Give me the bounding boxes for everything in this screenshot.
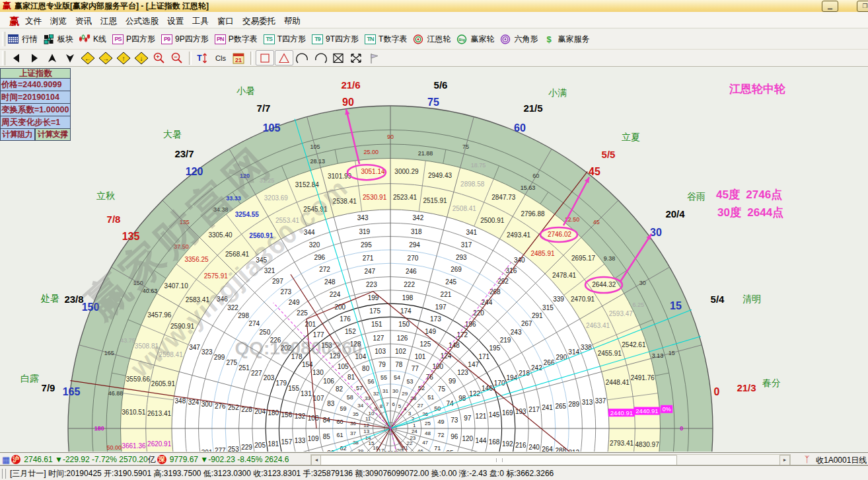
svg-text:203: 203 — [264, 374, 275, 381]
diamond-up-button[interactable]: ↑ — [115, 51, 132, 65]
toolbar-grip[interactable] — [2, 32, 5, 46]
toolbar-button-P四方形[interactable]: PSP四方形 — [112, 34, 155, 45]
toolbar-button-赢家轮[interactable]: Big赢家轮 — [456, 34, 494, 45]
svg-text:320: 320 — [309, 241, 320, 249]
svg-text:3.13: 3.13 — [652, 352, 664, 359]
ps-icon: PS — [112, 34, 124, 44]
menu-item-4[interactable]: 公式选股 — [126, 15, 159, 28]
svg-text:3407.10: 3407.10 — [164, 282, 189, 290]
svg-text:2530.91: 2530.91 — [363, 194, 387, 201]
toolbar-button-六角形[interactable]: 六角形 — [500, 34, 538, 45]
toolbar-button-K线[interactable]: K线 — [79, 34, 106, 45]
toolbar-button-P数字表[interactable]: PNP数字表 — [215, 34, 258, 45]
p9-icon: P9 — [161, 34, 172, 44]
svg-text:299: 299 — [214, 354, 225, 361]
svg-text:105: 105 — [338, 363, 349, 370]
diamond-right-button[interactable]: → — [97, 51, 114, 65]
zoom-out-button[interactable]: − — [168, 51, 186, 65]
draw-move-button[interactable] — [347, 51, 365, 65]
horizontal-scrollbar[interactable]: ◂ ▸ — [310, 454, 791, 465]
svg-text:2463.41: 2463.41 — [586, 322, 610, 329]
svg-text:293: 293 — [456, 254, 467, 261]
menu-item-9[interactable]: 帮助 — [284, 15, 301, 28]
svg-text:101: 101 — [415, 353, 426, 360]
minimize-button[interactable]: ▁ — [822, 1, 838, 12]
svg-text:3254.55: 3254.55 — [235, 211, 260, 218]
menu-item-2[interactable]: 资讯 — [75, 15, 92, 28]
toolbar-button-板块[interactable]: 板块 — [44, 34, 73, 45]
toolbar-button-9P四方形[interactable]: P99P四方形 — [161, 34, 209, 45]
svg-text:QQ:100800360: QQ:100800360 — [235, 338, 362, 358]
menu-item-7[interactable]: 窗口 — [217, 15, 234, 28]
calendar-button[interactable]: 21 — [230, 51, 247, 65]
hexagon-icon — [500, 34, 511, 44]
nav-right-button[interactable] — [26, 51, 43, 65]
restore-button[interactable]: ❐ — [857, 1, 868, 12]
svg-text:312: 312 — [569, 449, 580, 452]
svg-text:2455.91: 2455.91 — [598, 350, 622, 357]
toolbar-label: T数字表 — [379, 34, 407, 45]
toolbar-label: 赢家轮 — [470, 34, 494, 45]
toolbar-button-T四方形[interactable]: TST四方形 — [264, 34, 306, 45]
toolbar-button-赢家服务[interactable]: $赢家服务 — [544, 34, 589, 45]
scroll-right-arrow[interactable]: ▸ — [779, 455, 790, 465]
svg-text:71: 71 — [434, 445, 441, 452]
toolbar-grip2[interactable] — [2, 51, 5, 65]
panel-time: 时间=20190104 — [0, 91, 71, 104]
cls-button[interactable]: Cls — [212, 51, 229, 65]
menu-item-3[interactable]: 江恩 — [100, 15, 117, 28]
toolbar-button-行情[interactable]: 行情 — [8, 34, 38, 45]
menu-item-1[interactable]: 浏览 — [50, 15, 67, 28]
svg-text:45: 45 — [589, 166, 600, 177]
svg-text:103: 103 — [375, 348, 386, 355]
draw-flag-button[interactable] — [365, 51, 382, 65]
svg-text:265: 265 — [555, 403, 566, 410]
nav-left-button[interactable] — [8, 51, 25, 65]
zoom-in-button[interactable]: + — [151, 51, 168, 65]
svg-text:30: 30 — [639, 280, 646, 286]
svg-text:157: 157 — [281, 438, 293, 446]
svg-text:2470.91: 2470.91 — [571, 296, 595, 303]
diamond-down-button[interactable]: ↓ — [133, 51, 150, 65]
svg-text:149: 149 — [425, 328, 436, 335]
nav-down-button[interactable] — [61, 51, 79, 65]
svg-text:273: 273 — [280, 288, 291, 296]
calc-support-button[interactable]: 计算支撑 — [35, 128, 71, 141]
svg-text:31: 31 — [382, 388, 388, 394]
gann-wheel[interactable]: 1234567891011121314151617181920212223242… — [0, 67, 868, 452]
svg-text:77: 77 — [412, 365, 419, 372]
svg-text:336: 336 — [582, 451, 593, 452]
t-updown-button[interactable]: T — [194, 51, 211, 65]
svg-text:290: 290 — [556, 354, 567, 361]
svg-text:54: 54 — [394, 374, 400, 381]
diamond-left-button[interactable]: ← — [79, 51, 96, 65]
svg-text:75: 75 — [462, 143, 469, 150]
toolbar-button-江恩轮[interactable]: 江恩轮 — [413, 34, 451, 45]
toolbar-button-9T四方形[interactable]: T99T四方形 — [312, 34, 359, 45]
svg-text:55: 55 — [380, 374, 387, 381]
svg-text:−: − — [174, 54, 177, 60]
svg-text:250: 250 — [260, 329, 271, 336]
svg-text:81: 81 — [347, 374, 355, 381]
nav-up-button[interactable] — [44, 51, 61, 65]
draw-boxx-button[interactable] — [330, 51, 347, 65]
draw-rect-button[interactable] — [256, 50, 274, 65]
menu-item-0[interactable]: 文件 — [25, 15, 42, 28]
menu-item-8[interactable]: 交易委托 — [242, 15, 275, 28]
toolbar-label: K线 — [93, 34, 106, 45]
svg-text:198: 198 — [402, 294, 414, 301]
calc-resistance-button[interactable]: 计算阻力 — [0, 128, 35, 141]
draw-triangle-button[interactable] — [275, 50, 293, 65]
menu-item-6[interactable]: 工具 — [192, 15, 209, 28]
menu-item-5[interactable]: 设置 — [167, 15, 184, 28]
svg-text:271: 271 — [363, 255, 374, 262]
draw-arc2-button[interactable] — [312, 51, 329, 65]
svg-text:小暑: 小暑 — [236, 85, 255, 96]
svg-text:192: 192 — [502, 440, 513, 448]
app-logo-icon: 赢 — [3, 1, 11, 11]
toolbar-button-T数字表[interactable]: TNT数字表 — [365, 34, 407, 45]
scroll-thumb[interactable] — [320, 455, 677, 465]
table-icon[interactable]: ▦ — [2, 455, 10, 465]
svg-text:72: 72 — [438, 432, 445, 438]
draw-arc1-button[interactable] — [294, 51, 311, 65]
